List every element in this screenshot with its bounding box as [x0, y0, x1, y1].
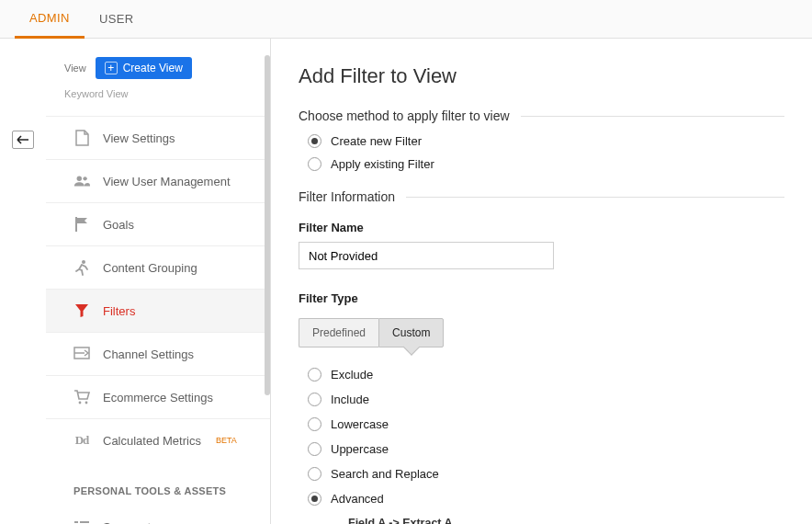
section-filter-information: Filter Information — [299, 189, 784, 204]
radio-label: Lowercase — [331, 417, 389, 431]
section-label: Choose method to apply filter to view — [299, 108, 510, 123]
section-label: Filter Information — [299, 189, 395, 204]
page-icon — [73, 130, 90, 146]
svg-point-2 — [82, 260, 85, 264]
svg-point-1 — [83, 177, 86, 180]
section-choose-method: Choose method to apply filter to view — [299, 108, 784, 123]
radio-label: Exclude — [331, 368, 373, 382]
view-label: View — [64, 63, 86, 74]
radio-icon — [308, 442, 321, 456]
sidebar-item-view-user-management[interactable]: View User Management — [46, 159, 270, 202]
radio-label: Create new Filter — [331, 134, 422, 148]
radio-icon — [308, 417, 321, 431]
funnel-icon — [73, 302, 90, 319]
radio-create-new-filter[interactable]: Create new Filter — [308, 134, 784, 148]
back-button[interactable] — [12, 131, 34, 149]
radio-include[interactable]: Include — [308, 393, 784, 406]
sidebar-nav-personal: Segments — [46, 506, 270, 524]
radio-icon — [308, 492, 321, 506]
field-group-filter-type: Filter Type Predefined Custom Exclude In… — [299, 291, 784, 524]
view-header: View + Create View — [46, 57, 270, 79]
sidebar-item-label: View User Management — [103, 175, 231, 188]
section-header-personal: PERSONAL TOOLS & ASSETS — [46, 461, 270, 506]
tab-admin[interactable]: ADMIN — [15, 0, 85, 39]
sidebar-item-calculated-metrics[interactable]: Dd Calculated Metrics BETA — [46, 418, 270, 461]
radio-label: Apply existing Filter — [331, 157, 434, 171]
sidebar-item-label: Channel Settings — [103, 347, 194, 361]
create-view-button-label: Create View — [123, 62, 183, 74]
sidebar-item-label: Content Grouping — [103, 261, 197, 275]
sidebar-item-label: Filters — [103, 304, 135, 318]
filter-type-segmented: Predefined Custom — [299, 318, 444, 347]
radio-label: Advanced — [331, 492, 384, 506]
radio-icon — [308, 134, 321, 148]
scrollbar[interactable] — [265, 55, 270, 395]
radio-apply-existing-filter[interactable]: Apply existing Filter — [308, 157, 784, 171]
sidebar-nav: View Settings View User Management Goals… — [46, 116, 270, 461]
radio-icon — [308, 467, 321, 481]
sidebar-item-label: Ecommerce Settings — [103, 391, 213, 404]
left-rail — [0, 39, 46, 524]
beta-badge: BETA — [216, 436, 237, 445]
main-panel: Add Filter to View Choose method to appl… — [271, 39, 812, 524]
sidebar-item-filters[interactable]: Filters — [46, 289, 270, 332]
cart-icon — [73, 389, 90, 405]
page-title: Add Filter to View — [299, 64, 784, 88]
radio-icon — [308, 393, 321, 406]
svg-point-4 — [79, 402, 82, 404]
sidebar-item-view-settings[interactable]: View Settings — [46, 116, 270, 159]
custom-filter-options: Exclude Include Lowercase Uppercase Sear… — [308, 368, 784, 524]
create-view-button[interactable]: + Create View — [96, 57, 192, 79]
person-run-icon — [73, 259, 90, 276]
sidebar-item-content-grouping[interactable]: Content Grouping — [46, 245, 270, 289]
svg-point-5 — [85, 402, 88, 404]
svg-point-0 — [77, 177, 82, 181]
calculated-metrics-icon: Dd — [73, 432, 90, 449]
flag-icon — [73, 216, 90, 233]
filter-name-label: Filter Name — [299, 221, 784, 234]
back-arrow-icon — [17, 135, 29, 144]
current-view-name[interactable]: Keyword View — [46, 88, 270, 99]
sidebar-item-goals[interactable]: Goals — [46, 202, 270, 245]
radio-uppercase[interactable]: Uppercase — [308, 442, 784, 456]
sidebar-item-label: Goals — [103, 218, 134, 232]
top-tabs: ADMIN USER — [0, 0, 812, 39]
tab-user[interactable]: USER — [85, 0, 149, 39]
plus-icon: + — [105, 62, 118, 74]
field-group-filter-name: Filter Name — [299, 221, 784, 269]
radio-icon — [308, 157, 321, 171]
filter-type-predefined-button[interactable]: Predefined — [299, 318, 378, 347]
sidebar-item-channel-settings[interactable]: Channel Settings — [46, 332, 270, 375]
sidebar-item-label: Segments — [103, 520, 157, 525]
channel-icon — [73, 346, 90, 362]
filter-type-label: Filter Type — [299, 291, 784, 305]
radio-label: Include — [331, 393, 369, 406]
sidebar-item-ecommerce-settings[interactable]: Ecommerce Settings — [46, 375, 270, 418]
sidebar-item-label: Calculated Metrics — [103, 434, 201, 448]
field-a-extract-a-label: Field A -> Extract A — [348, 517, 784, 524]
filter-type-custom-button[interactable]: Custom — [378, 318, 444, 347]
filter-name-input[interactable] — [299, 242, 554, 269]
radio-exclude[interactable]: Exclude — [308, 368, 784, 382]
radio-label: Search and Replace — [331, 467, 439, 481]
sidebar: View + Create View Keyword View View Set… — [46, 39, 271, 524]
radio-label: Uppercase — [331, 442, 389, 456]
radio-icon — [308, 368, 321, 382]
segments-icon — [73, 518, 90, 524]
radio-search-replace[interactable]: Search and Replace — [308, 467, 784, 481]
divider-line — [406, 197, 784, 198]
sidebar-item-segments[interactable]: Segments — [46, 506, 270, 524]
people-icon — [73, 173, 90, 189]
sidebar-item-label: View Settings — [103, 131, 175, 145]
radio-advanced[interactable]: Advanced — [308, 492, 784, 506]
radio-lowercase[interactable]: Lowercase — [308, 417, 784, 431]
divider-line — [521, 116, 784, 117]
